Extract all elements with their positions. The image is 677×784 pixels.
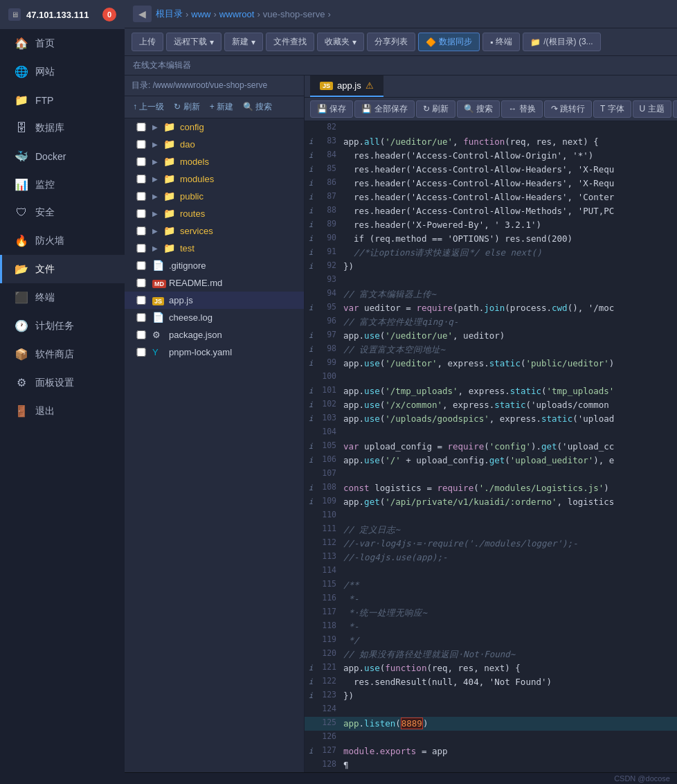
line-number: 125 <box>317 717 343 731</box>
sidebar: 🖥 47.101.133.111 0 🏠首页🌐网站📁FTP🗄数据库🐳Docker… <box>0 0 125 784</box>
file-checkbox[interactable] <box>134 261 148 270</box>
file-checkbox[interactable] <box>134 296 148 305</box>
line-number: 128 <box>317 758 343 772</box>
refresh-button[interactable]: ↻ 刷新 <box>171 100 202 114</box>
notification-badge[interactable]: 0 <box>102 8 116 21</box>
line-info: i <box>305 163 317 177</box>
dir-label-button[interactable]: 📁 /(根目录) (3... <box>523 33 600 51</box>
file-checkbox[interactable] <box>134 330 148 339</box>
file-checkbox[interactable] <box>134 140 148 149</box>
file-checkbox[interactable] <box>134 348 148 357</box>
list-item[interactable]: Y pnpm-lock.yaml <box>125 344 304 361</box>
list-item[interactable]: 📄 cheese.log <box>125 309 304 326</box>
theme-button[interactable]: U 主题 <box>633 100 671 118</box>
sidebar-item-database[interactable]: 🗄数据库 <box>0 114 125 142</box>
line-info: i <box>305 246 317 260</box>
list-item[interactable]: ▶ 📁 modules <box>125 170 304 188</box>
goto-button[interactable]: ↷ 跳转行 <box>544 100 592 118</box>
list-item[interactable]: 📄 .gitignore <box>125 257 304 274</box>
file-name: test <box>180 243 195 253</box>
line-number: 114 <box>317 564 343 578</box>
code-line: 125app.listen(8889) <box>305 717 677 731</box>
sidebar-item-files[interactable]: 📂文件 <box>0 255 125 283</box>
breadcrumb-root[interactable]: 根目录 <box>156 8 183 20</box>
list-item[interactable]: ▶ 📁 config <box>125 118 304 136</box>
sidebar-item-home[interactable]: 🏠首页 <box>0 29 125 57</box>
list-item[interactable]: ▶ 📁 dao <box>125 136 304 153</box>
remote-download-button[interactable]: 远程下载 ▾ <box>166 33 222 51</box>
code-line: i86 res.header('Access-Control-Allow-Hea… <box>305 177 677 190</box>
file-search-button[interactable]: 文件查找 <box>266 33 314 51</box>
ftp-icon: 📁 <box>15 93 28 107</box>
sidebar-item-ftp[interactable]: 📁FTP <box>0 86 125 114</box>
settings-button[interactable]: ⚙ 设置 <box>673 100 677 118</box>
data-sync-button[interactable]: 🔶 数据同步 <box>418 33 480 51</box>
bookmarks-button[interactable]: 收藏夹 ▾ <box>317 33 364 51</box>
save-button[interactable]: 💾 保存 <box>310 100 353 118</box>
line-content: //-var·log4js·=·require('./modules/logge… <box>343 537 677 551</box>
file-checkbox[interactable] <box>134 209 148 218</box>
sidebar-item-docker[interactable]: 🐳Docker <box>0 142 125 170</box>
file-checkbox[interactable] <box>134 278 148 287</box>
list-item[interactable]: JS app.js <box>125 292 304 309</box>
list-item[interactable]: ⚙ package.json <box>125 326 304 344</box>
share-list-button[interactable]: 分享列表 <box>367 33 415 51</box>
list-item[interactable]: ▶ 📁 services <box>125 222 304 240</box>
line-content <box>343 467 677 481</box>
upload-button[interactable]: 上传 <box>132 33 163 51</box>
new-button[interactable]: 新建 ▾ <box>224 33 263 51</box>
terminal-button[interactable]: ▪ 终端 <box>482 33 520 51</box>
sidebar-item-website[interactable]: 🌐网站 <box>0 57 125 86</box>
breadcrumb-www[interactable]: www <box>191 9 210 19</box>
sidebar-item-monitor[interactable]: 📊监控 <box>0 170 125 199</box>
line-info: i <box>305 301 317 315</box>
file-icon: MD <box>152 277 165 288</box>
action-toolbar: 上传 远程下载 ▾ 新建 ▾ 文件查找 收藏夹 ▾ 分享列表 🔶 数据同步 ▪ … <box>125 28 677 56</box>
sidebar-item-cron[interactable]: 🕐计划任务 <box>0 312 125 340</box>
list-item[interactable]: ▶ 📁 test <box>125 240 304 257</box>
list-item[interactable]: ▶ 📁 routes <box>125 205 304 222</box>
line-number: 123 <box>317 689 343 703</box>
file-checkbox[interactable] <box>134 157 148 166</box>
list-item[interactable]: MD README.md <box>125 274 304 292</box>
code-line: 94// 富文本编辑器上传~ <box>305 287 677 301</box>
line-number: 126 <box>317 731 343 745</box>
code-editor[interactable]: 78 ·*-79 ·*/i80// 带路径的用法并且可以打印出路有表~i81mo… <box>305 121 677 772</box>
file-checkbox[interactable] <box>134 244 148 253</box>
refresh-button[interactable]: ↻ 刷新 <box>416 100 455 118</box>
sidebar-item-terminal[interactable]: ⬛终端 <box>0 283 125 312</box>
breadcrumb-wwwroot[interactable]: wwwroot <box>219 9 255 19</box>
line-info <box>305 717 317 731</box>
sidebar-item-logout[interactable]: 🚪退出 <box>0 397 125 425</box>
font-button[interactable]: T 字体 <box>593 100 631 118</box>
list-item[interactable]: ▶ 📁 public <box>125 188 304 205</box>
code-line: 120// 如果没有路径处理就返回·Not·Found~ <box>305 648 677 661</box>
sidebar-item-security[interactable]: 🛡安全 <box>0 199 125 226</box>
file-checkbox[interactable] <box>134 123 148 132</box>
line-info <box>305 509 317 523</box>
line-number: 120 <box>317 648 343 661</box>
up-level-button[interactable]: ↑ 上一级 <box>130 100 167 114</box>
file-checkbox[interactable] <box>134 192 148 201</box>
list-item[interactable]: ▶ 📁 models <box>125 153 304 170</box>
file-checkbox[interactable] <box>134 175 148 184</box>
back-button[interactable]: ◀ <box>133 6 152 22</box>
line-content: app.get('/api/private/v1/kuaidi/:orderno… <box>343 495 677 509</box>
file-checkbox[interactable] <box>134 226 148 235</box>
save-all-button[interactable]: 💾 全部保存 <box>354 100 414 118</box>
search-button[interactable]: 🔍 搜索 <box>240 100 275 114</box>
sidebar-item-firewall[interactable]: 🔥防火墙 <box>0 226 125 255</box>
file-name: .gitignore <box>169 260 206 271</box>
replace-button[interactable]: ↔ 替换 <box>501 100 542 118</box>
line-number: 119 <box>317 634 343 648</box>
code-line: 116 *- <box>305 592 677 606</box>
sidebar-item-panel[interactable]: ⚙面板设置 <box>0 368 125 397</box>
line-info <box>305 537 317 551</box>
file-checkbox[interactable] <box>134 313 148 322</box>
code-line: i97app.use('/ueditor/ue', ueditor) <box>305 329 677 343</box>
editor-title: 在线文本编辑器 <box>125 56 677 75</box>
sidebar-item-appstore[interactable]: 📦软件商店 <box>0 340 125 368</box>
tab-appjs[interactable]: JS app.js ⚠ <box>310 75 383 97</box>
new-file-button[interactable]: + 新建 <box>207 100 236 114</box>
search-editor-button[interactable]: 🔍 搜索 <box>457 100 500 118</box>
